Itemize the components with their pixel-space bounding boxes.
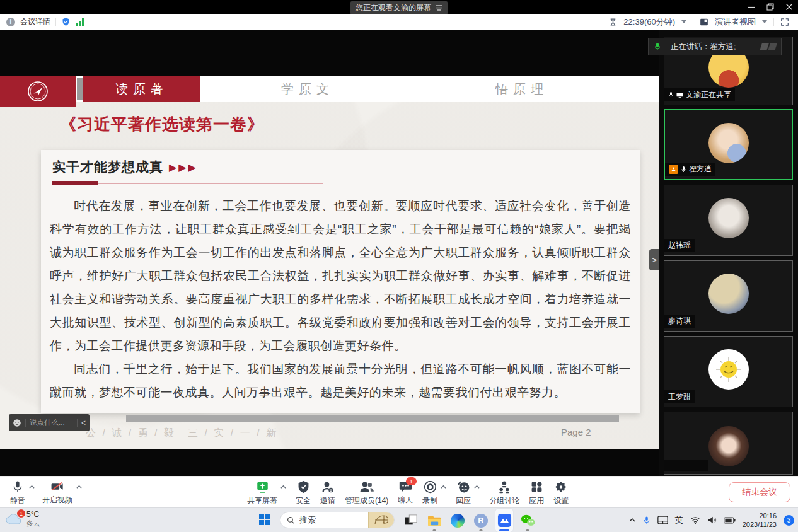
fullscreen-icon[interactable]: [780, 18, 789, 26]
chat-icon: 1: [399, 480, 412, 493]
tray-mic-icon[interactable]: [643, 516, 651, 525]
presentation-slide: 读原著 学原文 悟原理 《习近平著作选读第一卷》 实干才能梦想成真 ▶▶▶: [0, 76, 659, 449]
chat-placeholder[interactable]: 说点什么...: [30, 418, 65, 427]
battery-icon[interactable]: [724, 517, 736, 524]
weather-badge: 1: [17, 509, 25, 518]
card-heading: 实干才能梦想成真: [52, 158, 163, 176]
meeting-toolbar: 静音 开启视频 共享屏幕 安全 邀请 管理成员(14): [0, 476, 798, 507]
wechat-button[interactable]: [519, 509, 536, 532]
heading-arrows-icon: ▶▶▶: [169, 161, 198, 173]
meeting-details-link[interactable]: 会议详情: [20, 16, 50, 27]
share-screen-button[interactable]: 共享屏幕: [247, 480, 277, 506]
tab-du-yuanzhu[interactable]: 读原著: [83, 76, 200, 102]
view-dropdown-caret[interactable]: [762, 20, 767, 23]
weather-widget[interactable]: 1 5°C 多云: [5, 510, 40, 528]
meeting-app-icon: [497, 513, 512, 528]
participant-tile-liaoshiqi[interactable]: 廖诗琪: [664, 260, 793, 332]
r-app-button[interactable]: R: [472, 509, 490, 532]
volume-icon[interactable]: [707, 516, 717, 524]
breakout-icon: [498, 480, 511, 494]
participant-name: 文渝正在共享: [686, 90, 731, 100]
panel-expand-chevron[interactable]: >: [649, 249, 659, 270]
notification-badge[interactable]: 3: [784, 515, 794, 526]
chat-label: 聊天: [398, 495, 413, 506]
timer-dropdown-caret[interactable]: [681, 20, 686, 23]
chat-quick-input[interactable]: 说点什么... <: [9, 414, 90, 431]
start-video-button[interactable]: 开启视频: [42, 480, 72, 506]
network-signal-icon[interactable]: [76, 18, 84, 26]
divider: [55, 18, 56, 26]
tray-clock[interactable]: 20:16 2023/11/23: [743, 511, 777, 529]
start-button[interactable]: [255, 508, 273, 531]
search-icon: [287, 516, 295, 524]
restore-button[interactable]: [766, 3, 774, 11]
participants-sidebar: 正在讲话：翟方逍; 文渝正在共享: [659, 30, 798, 476]
folder-icon: [427, 514, 442, 527]
record-icon: [424, 480, 437, 494]
info-icon: i: [6, 18, 15, 26]
hidden-icons-chevron[interactable]: [628, 516, 636, 524]
breakout-rooms-button[interactable]: 分组讨论: [489, 480, 519, 506]
mute-button[interactable]: 静音: [10, 480, 25, 506]
end-meeting-button[interactable]: 结束会议: [729, 482, 790, 502]
tab-wu-yuanli[interactable]: 悟原理: [415, 76, 629, 102]
participant-tile-zhaifangxiao[interactable]: 翟方逍: [664, 109, 793, 180]
apps-button[interactable]: 应用: [529, 480, 544, 506]
video-options-chevron[interactable]: [76, 484, 82, 490]
divider: [666, 42, 666, 52]
watching-screen-pill[interactable]: 您正在观看文渝的屏幕: [350, 1, 448, 14]
close-button[interactable]: [785, 3, 793, 11]
running-indicator: [526, 529, 529, 531]
meeting-app-button[interactable]: [495, 509, 513, 532]
record-label: 录制: [422, 495, 437, 506]
emoji-icon[interactable]: [13, 419, 21, 427]
chat-button[interactable]: 1 聊天: [398, 480, 413, 506]
wifi-icon[interactable]: [690, 516, 700, 524]
touchpad-icon[interactable]: [657, 516, 668, 524]
search-daily-image[interactable]: [368, 512, 394, 528]
collapse-chat-button[interactable]: <: [81, 419, 86, 427]
record-button[interactable]: 录制: [422, 480, 437, 506]
minimize-button[interactable]: [748, 3, 755, 11]
tab-label: 读原著: [115, 81, 168, 98]
security-label: 安全: [296, 495, 311, 506]
edge-browser-button[interactable]: [449, 509, 466, 532]
record-options-chevron[interactable]: [441, 484, 446, 490]
university-logo-icon: [27, 81, 49, 102]
manage-members-button[interactable]: 管理成员(14): [345, 480, 388, 506]
participant-label: 赵祎瑶: [664, 239, 695, 252]
tray-time: 20:16: [743, 511, 777, 520]
invite-button[interactable]: 邀请: [320, 480, 335, 506]
security-button[interactable]: 安全: [296, 480, 311, 506]
hamburger-menu-icon[interactable]: [436, 5, 442, 11]
divider: [25, 419, 26, 427]
participant-name: 廖诗琪: [668, 316, 691, 327]
file-explorer-button[interactable]: [425, 509, 443, 532]
security-shield-icon[interactable]: [61, 17, 71, 26]
mic-icon: [681, 166, 686, 173]
mic-options-chevron[interactable]: [29, 484, 35, 490]
heading-underline-thick: [52, 181, 98, 185]
participant-tile-wangmengtian[interactable]: 王梦甜: [664, 336, 793, 407]
taskbar-search[interactable]: 搜索: [280, 512, 395, 528]
participant-label: 翟方逍: [665, 163, 715, 176]
divider: [77, 419, 78, 427]
participant-tile-partial[interactable]: [664, 412, 793, 475]
page-number: Page 2: [561, 427, 591, 437]
active-mic-icon: [654, 42, 661, 51]
tab-xue-yuanwen[interactable]: 学原文: [200, 76, 415, 102]
participant-tile-zhaoyiyao[interactable]: 赵祎瑶: [664, 185, 793, 256]
view-mode-label[interactable]: 演讲者视图: [715, 16, 756, 28]
divider: [693, 18, 693, 26]
university-logo-block: [0, 76, 76, 107]
settings-button[interactable]: 设置: [553, 480, 569, 506]
reaction-button[interactable]: 回应: [456, 480, 471, 506]
task-view-button[interactable]: [402, 509, 420, 532]
share-options-chevron[interactable]: [280, 484, 286, 490]
tray-date: 2023/11/23: [743, 520, 777, 529]
paragraph: 时代在发展，事业在创新，工会工作也要发展、也要创新。要顺应时代要求、适应社会变化…: [50, 194, 631, 357]
avatar: [708, 349, 749, 390]
ime-indicator[interactable]: 英: [675, 514, 683, 526]
reaction-options-chevron[interactable]: [474, 484, 480, 490]
card-body-text: 时代在发展，事业在创新，工会工作也要发展、也要创新。要顺应时代要求、适应社会变化…: [50, 194, 631, 404]
